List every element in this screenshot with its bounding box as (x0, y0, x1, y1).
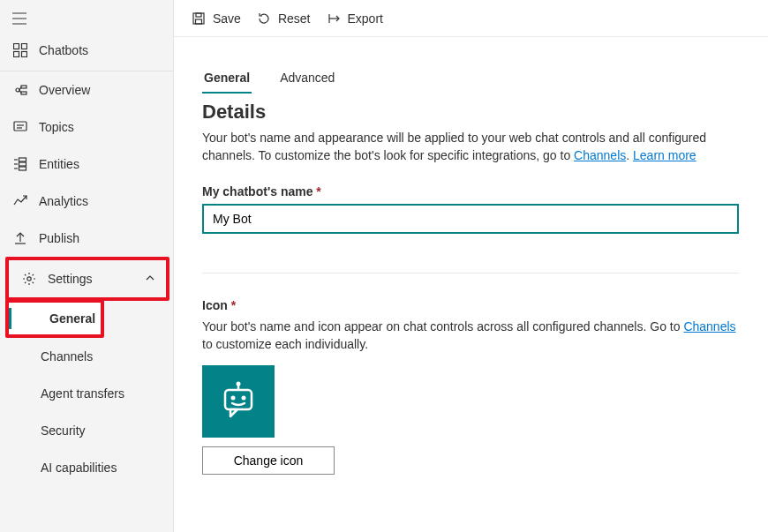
sidebar-subitem-label: General (49, 311, 95, 326)
sidebar-subitem-label: Agent transfers (41, 386, 124, 401)
change-icon-button[interactable]: Change icon (202, 446, 335, 475)
sidebar-item-overview[interactable]: Overview (0, 71, 173, 109)
svg-marker-31 (230, 409, 237, 416)
chatbots-home-link[interactable]: Chatbots (0, 32, 173, 71)
svg-rect-23 (196, 19, 202, 24)
tab-bar: General Advanced (202, 64, 740, 94)
icon-description: Your bot's name and icon appear on chat … (202, 318, 739, 354)
chatbot-name-input[interactable] (202, 204, 739, 234)
export-label: Export (348, 11, 383, 26)
svg-rect-0 (14, 44, 19, 49)
svg-rect-16 (19, 162, 26, 166)
sidebar-subitem-ai-capabilities[interactable]: AI capabilities (0, 449, 173, 486)
chatbot-name-label: My chatbot's name * (202, 184, 740, 199)
main-content: Save Reset Export General (174, 0, 768, 532)
sidebar-subitem-security[interactable]: Security (0, 412, 173, 449)
overview-icon (12, 82, 28, 98)
sidebar-subitem-general[interactable]: General (9, 303, 101, 334)
divider (202, 273, 739, 273)
svg-rect-28 (225, 390, 252, 409)
sidebar-item-publish[interactable]: Publish (0, 220, 173, 257)
publish-icon (12, 230, 28, 246)
channels-link[interactable]: Channels (574, 148, 626, 162)
svg-rect-6 (21, 92, 26, 94)
svg-rect-5 (21, 86, 26, 88)
sidebar-subitem-agent-transfers[interactable]: Agent transfers (0, 375, 173, 412)
sidebar-item-entities[interactable]: Entities (0, 146, 173, 183)
page-title: Details (202, 101, 740, 124)
analytics-icon (12, 193, 28, 209)
sidebar-item-settings[interactable]: Settings (9, 260, 166, 297)
channels-link-2[interactable]: Channels (683, 319, 735, 333)
entities-icon (12, 156, 28, 172)
sidebar-item-label: Entities (39, 157, 79, 171)
sidebar-subitem-label: AI capabilities (41, 461, 117, 475)
reset-label: Reset (278, 11, 311, 26)
sidebar-item-label: Analytics (39, 194, 88, 208)
svg-point-27 (237, 382, 241, 386)
save-icon (192, 11, 206, 26)
tab-label: General (204, 71, 250, 85)
description-text: Your bot's name and appearance will be a… (202, 129, 740, 165)
sidebar-item-label: Settings (48, 272, 93, 286)
gear-icon (21, 271, 37, 287)
learn-more-link[interactable]: Learn more (633, 148, 696, 162)
sidebar: Chatbots Overview Topics Entities Analyt… (0, 0, 174, 532)
tab-advanced[interactable]: Advanced (278, 64, 336, 94)
svg-rect-1 (22, 44, 27, 49)
svg-rect-2 (14, 52, 19, 57)
svg-rect-15 (19, 158, 26, 161)
bot-icon (216, 379, 260, 423)
hamburger-menu-icon[interactable] (12, 12, 26, 25)
sidebar-item-analytics[interactable]: Analytics (0, 183, 173, 220)
topics-icon (12, 119, 28, 135)
sidebar-subitem-channels[interactable]: Channels (0, 338, 173, 375)
sidebar-subitem-label: Security (41, 423, 86, 438)
svg-point-20 (27, 277, 31, 281)
sidebar-item-label: Publish (39, 231, 79, 245)
save-button[interactable]: Save (192, 11, 241, 26)
export-button[interactable]: Export (327, 11, 383, 26)
svg-point-29 (231, 396, 236, 401)
save-label: Save (213, 11, 241, 26)
sidebar-item-label: Topics (39, 120, 74, 134)
reset-button[interactable]: Reset (257, 11, 311, 26)
tab-general[interactable]: General (202, 64, 252, 94)
sidebar-item-topics[interactable]: Topics (0, 109, 173, 146)
tab-label: Advanced (280, 71, 335, 85)
svg-point-30 (242, 396, 246, 401)
bot-icon-preview (202, 365, 275, 438)
svg-rect-9 (14, 122, 26, 131)
chatbots-icon (12, 42, 28, 58)
sidebar-subitem-label: Channels (41, 349, 93, 363)
svg-rect-22 (196, 13, 201, 17)
icon-label: Icon * (202, 298, 740, 312)
chatbots-label: Chatbots (39, 43, 88, 57)
svg-rect-17 (19, 167, 26, 170)
toolbar: Save Reset Export (174, 0, 768, 37)
reset-icon (257, 11, 271, 26)
export-icon (327, 11, 341, 26)
svg-rect-21 (193, 13, 204, 24)
chevron-up-icon (145, 272, 155, 286)
sidebar-item-label: Overview (39, 83, 90, 97)
svg-point-4 (16, 88, 19, 92)
svg-rect-3 (22, 52, 27, 57)
